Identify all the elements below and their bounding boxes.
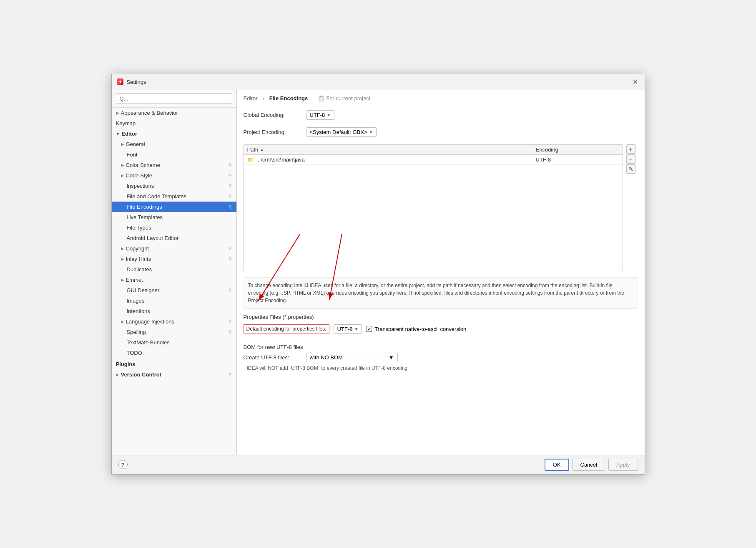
sidebar-item-label: Duplicates [127,266,152,273]
sidebar-item-copyright[interactable]: ▶ Copyright ⎘ [112,243,236,254]
path-table-container: Path ▲ Encoding 📁 ...\crm\src\main\java … [244,144,623,272]
sidebar-item-label: Inspections [127,183,154,189]
sidebar-item-android-layout[interactable]: Android Layout Editor [112,233,236,243]
sidebar-item-file-types[interactable]: File Types [112,222,236,233]
description-text: To change encoding IntelliJ IDEA uses fo… [244,277,638,309]
props-label: Default encoding for properties files: [244,324,329,333]
sidebar-item-gui-designer[interactable]: GUI Designer ⎘ [112,285,236,295]
table-body: 📁 ...\crm\src\main\java UTF-8 [244,155,623,272]
content-area: ▶ Appearance & Behavior Keymap ▼ Editor … [112,90,645,455]
sidebar-item-inlay-hints[interactable]: ▶ Inlay Hints ⎘ [112,254,236,264]
project-encoding-row: Project Encoding: <System Default: GBK> … [244,127,638,137]
expand-arrow: ▶ [121,163,124,167]
table-action-buttons: + − ✎ [626,144,635,174]
title-bar: ✦ Settings ✕ [112,74,645,90]
sidebar-item-label: Spelling [127,329,146,335]
sidebar-item-general[interactable]: ▶ General [112,139,236,149]
sidebar-item-inspections[interactable]: Inspections ⎘ [112,181,236,191]
bom-row: Create UTF-8 files: with NO BOM ▼ [244,353,638,362]
expand-arrow: ▶ [121,278,124,282]
copy-icon: ⎘ [229,194,232,199]
bom-section: BOM for new UTF-8 files Create UTF-8 fil… [244,344,638,371]
expand-arrow: ▶ [121,319,124,324]
utf8-bom-link[interactable]: UTF-8 BOM [291,365,318,371]
ok-button[interactable]: OK [545,459,569,471]
cancel-button[interactable]: Cancel [573,459,605,471]
sort-icon: ▲ [260,147,264,152]
breadcrumb-parent: Editor [244,95,258,101]
create-utf8-value: with NO BOM [310,354,343,361]
sidebar-item-label: File and Code Templates [127,193,187,200]
sidebar-item-file-code-templates[interactable]: File and Code Templates ⎘ [112,191,236,202]
sidebar-item-version-control[interactable]: ▶ Version Control ⎘ [112,369,236,380]
sidebar-item-plugins[interactable]: Plugins [112,359,236,369]
expand-arrow: ▶ [121,257,124,261]
transparent-checkbox[interactable]: ✓ [366,326,372,332]
props-encoding-select[interactable]: UTF-8 ▼ [334,324,362,334]
properties-section: Properties Files (*.properties) Default … [244,314,638,336]
dropdown-arrow: ▼ [327,113,331,117]
path-table: Path ▲ Encoding 📁 ...\crm\src\main\java … [244,144,623,272]
sidebar-item-label: Intentions [127,308,150,314]
sidebar-item-live-templates[interactable]: Live Templates [112,212,236,222]
project-encoding-value: <System Default: GBK> [310,129,367,135]
dialog-title: Settings [127,79,631,85]
expand-arrow: ▶ [121,173,124,178]
edit-path-button[interactable]: ✎ [626,164,635,174]
remove-path-button[interactable]: − [626,154,635,164]
expand-arrow: ▼ [116,131,120,136]
expand-arrow: ▶ [116,111,119,115]
search-input[interactable] [116,93,232,104]
sidebar-item-editor[interactable]: ▼ Editor [112,129,236,139]
sidebar-item-language-injections[interactable]: ▶ Language Injections ⎘ [112,316,236,327]
props-encoding-value: UTF-8 [337,326,353,332]
sidebar-item-label: Images [127,298,145,304]
main-header: Editor › File Encodings 📋For current pro… [237,90,645,105]
global-encoding-select[interactable]: UTF-8 ▼ [306,110,335,120]
sidebar-item-label: Emmet [126,277,143,283]
sidebar-item-label: Plugins [116,361,136,367]
create-utf8-select[interactable]: with NO BOM ▼ [306,353,398,362]
sidebar-item-todo[interactable]: TODO [112,348,236,358]
help-button[interactable]: ? [118,460,128,469]
sidebar-item-label: File Types [127,225,151,231]
main-panel: Editor › File Encodings 📋For current pro… [237,90,645,455]
sidebar-item-intentions[interactable]: Intentions [112,306,236,316]
sidebar-item-duplicates[interactable]: Duplicates [112,264,236,275]
sidebar-item-appearance[interactable]: ▶ Appearance & Behavior [112,108,236,118]
apply-button[interactable]: Apply [608,459,638,471]
sidebar-item-spelling[interactable]: Spelling ⎘ [112,327,236,337]
sidebar-item-images[interactable]: Images [112,295,236,306]
search-box [112,90,236,108]
footer-buttons: OK Cancel Apply [545,459,638,471]
project-encoding-select[interactable]: <System Default: GBK> ▼ [306,127,377,137]
table-row[interactable]: 📁 ...\crm\src\main\java UTF-8 [244,155,623,165]
encoding-value: UTF-8 [536,157,619,163]
sidebar-item-file-encodings[interactable]: File Encodings ⎘ [112,202,236,212]
bom-note-prefix: IDEA will NOT add [247,365,289,371]
encoding-column-header: Encoding [536,146,619,153]
folder-icon: 📁 [247,157,254,163]
dropdown-arrow: ▼ [354,327,358,331]
sidebar-item-color-scheme[interactable]: ▶ Color Scheme ⎘ [112,160,236,170]
expand-arrow: ▶ [121,142,124,146]
create-utf8-label: Create UTF-8 files: [244,354,302,361]
sidebar-item-label: Editor [121,131,137,137]
copy-icon: ⎘ [229,246,232,251]
copy-icon: ⎘ [229,183,232,188]
path-column-header: Path ▲ [247,146,536,153]
props-encoding-row: Default encoding for properties files: U… [244,323,638,336]
sidebar-item-code-style[interactable]: ▶ Code Style ⎘ [112,170,236,181]
global-encoding-label: Global Encoding: [244,112,302,118]
breadcrumb-separator: › [262,95,264,101]
sidebar-item-textmate-bundles[interactable]: TextMate Bundles [112,337,236,348]
sidebar-item-keymap[interactable]: Keymap [112,118,236,129]
global-encoding-value: UTF-8 [310,112,325,118]
add-path-button[interactable]: + [626,144,635,154]
copy-icon: ⎘ [229,162,232,167]
sidebar-item-emmet[interactable]: ▶ Emmet [112,275,236,285]
sidebar-item-font[interactable]: Font [112,149,236,160]
close-button[interactable]: ✕ [631,78,640,86]
copy-icon: ⎘ [229,372,232,377]
copy-icon: ⎘ [229,319,232,324]
